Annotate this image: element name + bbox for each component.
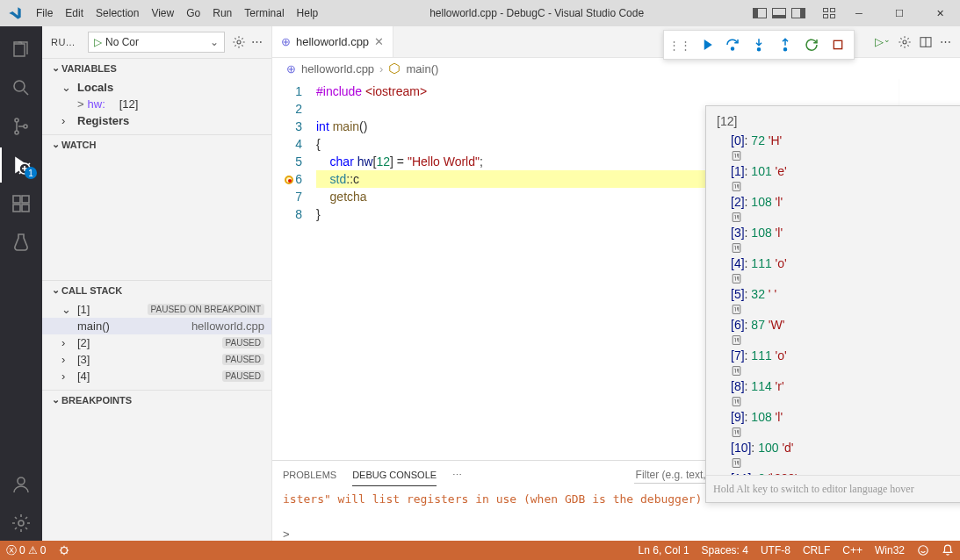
toggle-panel-icon[interactable] (772, 8, 786, 18)
tab-close-icon[interactable]: ✕ (374, 35, 384, 48)
svg-rect-6 (13, 205, 20, 212)
variable-hw[interactable]: > hw: [12] (42, 96, 271, 112)
breadcrumb[interactable]: ⊕ helloworld.cpp › main() (272, 58, 960, 79)
menu-edit[interactable]: Edit (59, 0, 90, 26)
hover-array-item[interactable]: [5]: 32 ' ' (713, 284, 960, 315)
view-binary-icon[interactable] (731, 396, 960, 407)
hover-array-item[interactable]: [9]: 108 'l' (713, 407, 960, 438)
start-debug-icon[interactable]: ▷ (94, 36, 102, 48)
breadcrumb-file[interactable]: helloworld.cpp (301, 62, 374, 75)
thread-row[interactable]: ⌄[1]PAUSED ON BREAKPOINT (42, 301, 271, 318)
window-close-button[interactable]: ✕ (920, 0, 960, 26)
panel-tab-problems[interactable]: PROBLEMS (283, 464, 336, 485)
accounts-icon[interactable] (0, 467, 42, 502)
debug-console-input[interactable]: > (272, 528, 960, 541)
hover-array-item[interactable]: [6]: 87 'W' (713, 315, 960, 346)
split-editor-icon[interactable] (919, 35, 933, 49)
menu-view[interactable]: View (145, 0, 180, 26)
source-control-icon[interactable] (0, 109, 42, 144)
view-binary-icon[interactable] (731, 181, 960, 192)
editor-settings-icon[interactable] (898, 35, 912, 49)
search-icon[interactable] (0, 70, 42, 105)
hover-array-item[interactable]: [11]: 0 '\000' (713, 469, 960, 475)
status-debug-icon[interactable] (52, 541, 76, 560)
customize-layout-icon[interactable] (823, 8, 835, 18)
menu-go[interactable]: Go (180, 0, 206, 26)
menu-terminal[interactable]: Terminal (238, 0, 290, 26)
toggle-primary-sidebar-icon[interactable] (753, 8, 767, 18)
menu-file[interactable]: File (30, 0, 59, 26)
step-over-icon[interactable] (720, 34, 745, 55)
view-binary-icon[interactable] (731, 334, 960, 346)
run-debug-icon[interactable]: 1 (0, 147, 42, 183)
svg-rect-29 (733, 459, 740, 468)
scope-locals[interactable]: ⌄Locals (42, 79, 271, 96)
scope-registers[interactable]: ›Registers (42, 112, 271, 129)
explorer-icon[interactable] (0, 32, 42, 67)
breadcrumb-symbol[interactable]: main() (406, 62, 438, 75)
testing-icon[interactable] (0, 225, 42, 260)
continue-icon[interactable] (694, 34, 718, 55)
restart-icon[interactable] (799, 34, 824, 55)
view-binary-icon[interactable] (731, 365, 960, 377)
status-bar: ⓧ0⚠0 Ln 6, Col 1 Spaces: 4 UTF-8 CRLF C+… (0, 541, 960, 560)
status-errors[interactable]: ⓧ0⚠0 (0, 541, 52, 560)
view-binary-icon[interactable] (731, 304, 960, 315)
tab-helloworld-cpp[interactable]: ⊕ helloworld.cpp ✕ (272, 26, 393, 57)
callstack-section-header[interactable]: ⌄CALL STACK (42, 281, 271, 299)
status-spaces[interactable]: Spaces: 4 (696, 541, 754, 560)
thread-row[interactable]: ›[3]PAUSED (42, 351, 271, 368)
step-into-icon[interactable] (747, 34, 771, 55)
view-binary-icon[interactable] (731, 150, 960, 162)
hover-array-item[interactable]: [1]: 101 'e' (713, 162, 960, 192)
view-binary-icon[interactable] (731, 427, 960, 438)
more-icon[interactable]: ⋯ (251, 35, 263, 49)
extensions-icon[interactable] (0, 186, 42, 221)
breakpoint-icon[interactable] (276, 170, 293, 188)
step-out-icon[interactable] (773, 34, 798, 55)
hover-array-item[interactable]: [10]: 100 'd' (713, 438, 960, 469)
hover-array-item[interactable]: [8]: 114 'r' (713, 377, 960, 407)
menu-selection[interactable]: Selection (90, 0, 145, 26)
code-line-1[interactable]: #include <iostream> (316, 83, 960, 100)
gear-icon[interactable] (232, 35, 246, 49)
launch-config-select[interactable]: ▷ No Cor ⌄ (88, 32, 225, 53)
status-encoding[interactable]: UTF-8 (754, 541, 797, 560)
editor-more-icon[interactable]: ⋯ (940, 35, 951, 48)
run-icon[interactable]: ▷⌄ (875, 35, 891, 48)
hover-array-item[interactable]: [7]: 111 'o' (713, 346, 960, 377)
panel-more-icon[interactable]: ⋯ (452, 470, 462, 481)
watch-section-header[interactable]: ⌄WATCH (42, 135, 271, 154)
view-binary-icon[interactable] (731, 212, 960, 223)
hover-array-item[interactable]: [0]: 72 'H' (713, 131, 960, 162)
variables-section-header[interactable]: ⌄VARIABLES (42, 59, 271, 77)
layout-controls[interactable] (749, 8, 839, 18)
status-target[interactable]: Win32 (869, 541, 911, 560)
status-eol[interactable]: CRLF (797, 541, 836, 560)
menu-help[interactable]: Help (291, 0, 325, 26)
breakpoints-section-header[interactable]: ⌄BREAKPOINTS (42, 391, 271, 409)
menu-run[interactable]: Run (206, 0, 238, 26)
panel-tab-debug-console[interactable]: DEBUG CONSOLE (352, 464, 437, 486)
thread-row[interactable]: ›[2]PAUSED (42, 334, 271, 351)
status-feedback-icon[interactable] (911, 541, 935, 560)
hover-array-item[interactable]: [4]: 111 'o' (713, 254, 960, 284)
view-binary-icon[interactable] (731, 457, 960, 469)
hover-array-item[interactable]: [3]: 108 'l' (713, 223, 960, 254)
thread-row[interactable]: ›[4]PAUSED (42, 368, 271, 384)
status-line-col[interactable]: Ln 6, Col 1 (632, 541, 696, 560)
window-maximize-button[interactable]: ☐ (879, 0, 920, 26)
view-binary-icon[interactable] (731, 242, 960, 254)
hover-array-item[interactable]: [2]: 108 'l' (713, 192, 960, 223)
debug-toolbar[interactable]: ⋮⋮ (663, 30, 855, 60)
toggle-secondary-sidebar-icon[interactable] (791, 8, 805, 18)
stop-icon[interactable] (826, 34, 850, 55)
view-binary-icon[interactable] (731, 273, 960, 284)
window-minimize-button[interactable]: ─ (839, 0, 879, 26)
svg-point-11 (237, 40, 241, 44)
stack-frame[interactable]: main()helloworld.cpp (42, 318, 271, 334)
settings-icon[interactable] (0, 506, 42, 541)
drag-handle-icon[interactable]: ⋮⋮ (668, 34, 692, 55)
status-language[interactable]: C++ (836, 541, 869, 560)
status-bell-icon[interactable] (935, 541, 960, 560)
